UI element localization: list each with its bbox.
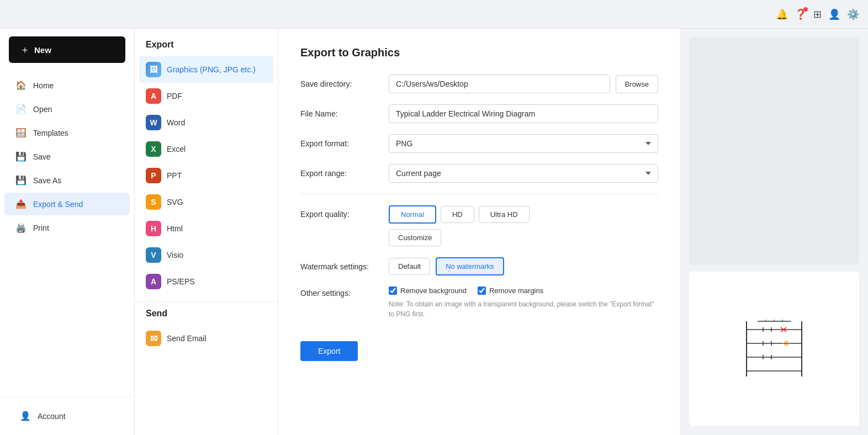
- apps-icon[interactable]: ⊞: [813, 8, 822, 20]
- app-layout: ＋ New 🏠 Home 📄 Open 🪟 Templates 💾 Save 💾: [0, 29, 868, 435]
- export-item-pseps[interactable]: A PS/EPS: [135, 268, 278, 295]
- export-item-visio[interactable]: V Visio: [135, 242, 278, 268]
- visio-icon: V: [146, 247, 161, 263]
- sidebar-item-export-send[interactable]: 📤 Export & Send: [4, 193, 130, 215]
- user-icon[interactable]: 👤: [828, 8, 840, 20]
- export-item-graphics-label: Graphics (PNG, JPG etc.): [167, 65, 256, 74]
- export-item-html[interactable]: H Html: [135, 215, 278, 242]
- save-directory-label: Save directory:: [300, 79, 389, 88]
- remove-margins-label[interactable]: Remove margins: [478, 287, 543, 295]
- word-icon: W: [146, 115, 161, 130]
- pseps-icon: A: [146, 274, 161, 289]
- export-item-excel-label: Excel: [167, 145, 186, 153]
- browse-button[interactable]: Browse: [616, 75, 658, 93]
- save-icon: 💾: [15, 151, 27, 162]
- export-form: Export to Graphics Save directory: Brows…: [278, 29, 680, 435]
- help-icon[interactable]: ❓: [795, 8, 807, 20]
- sidebar-footer: 👤 Account: [0, 396, 134, 435]
- open-icon: 📄: [15, 104, 27, 114]
- panel-divider: [135, 301, 278, 302]
- sidebar-label-save: Save: [33, 152, 51, 161]
- sidebar-label-templates: Templates: [33, 129, 68, 137]
- watermark-default-btn[interactable]: Default: [389, 258, 430, 275]
- sidebar-item-print[interactable]: 🖨️ Print: [4, 216, 130, 239]
- export-format-select[interactable]: PNG JPG BMP SVG: [389, 134, 658, 153]
- send-email-icon: ✉: [146, 331, 161, 346]
- new-button[interactable]: ＋ New: [9, 36, 125, 63]
- print-icon: 🖨️: [15, 222, 27, 233]
- pdf-icon: A: [146, 88, 161, 104]
- top-bar: 🔔 ❓ ⊞ 👤 ⚙️: [0, 0, 868, 29]
- export-quality-control: Normal HD Ultra HD Customize: [389, 205, 658, 246]
- remove-margins-checkbox[interactable]: [478, 287, 486, 295]
- export-item-send-email-label: Send Email: [167, 334, 207, 343]
- diagram-svg: [735, 316, 813, 382]
- sidebar-label-open: Open: [33, 105, 52, 114]
- export-item-word[interactable]: W Word: [135, 109, 278, 136]
- preview-top-area: [689, 38, 859, 265]
- export-item-pdf[interactable]: A PDF: [135, 83, 278, 109]
- export-item-visio-label: Visio: [167, 251, 183, 259]
- quality-group: Normal HD Ultra HD: [389, 205, 658, 224]
- export-item-svg-label: SVG: [167, 198, 183, 206]
- export-format-label: Export format:: [300, 139, 389, 148]
- customize-button[interactable]: Customize: [389, 229, 441, 246]
- export-item-ppt-label: PPT: [167, 171, 182, 180]
- export-range-select[interactable]: Current page All pages Selected: [389, 164, 658, 183]
- export-range-control: Current page All pages Selected: [389, 164, 658, 183]
- bell-icon[interactable]: 🔔: [776, 8, 788, 20]
- export-format-row: Export format: PNG JPG BMP SVG: [300, 134, 658, 153]
- sidebar-item-home[interactable]: 🏠 Home: [4, 74, 130, 97]
- export-send-icon: 📤: [15, 199, 27, 209]
- file-name-control: [389, 104, 658, 123]
- export-item-pseps-label: PS/EPS: [167, 277, 195, 286]
- save-directory-control: Browse: [389, 75, 658, 93]
- home-icon: 🏠: [15, 80, 27, 91]
- settings-icon[interactable]: ⚙️: [847, 8, 859, 20]
- export-item-word-label: Word: [167, 118, 185, 127]
- graphics-icon: 🖼: [146, 62, 161, 77]
- plus-icon: ＋: [20, 43, 30, 56]
- preview-diagram: [689, 272, 859, 426]
- watermark-control: Default No watermarks: [389, 257, 658, 275]
- sidebar-item-save-as[interactable]: 💾 Save As: [4, 169, 130, 192]
- remove-background-label[interactable]: Remove background: [389, 287, 467, 295]
- sidebar-item-templates[interactable]: 🪟 Templates: [4, 121, 130, 144]
- file-name-input[interactable]: [389, 104, 658, 123]
- sidebar-item-save[interactable]: 💾 Save: [4, 145, 130, 168]
- export-panel: Export 🖼 Graphics (PNG, JPG etc.) A PDF …: [135, 29, 278, 435]
- export-item-html-label: Html: [167, 224, 183, 233]
- html-icon: H: [146, 221, 161, 236]
- quality-hd-btn[interactable]: HD: [441, 206, 474, 223]
- export-section-title: Export: [135, 40, 278, 56]
- save-directory-row: Save directory: Browse: [300, 75, 658, 93]
- file-name-label: File Name:: [300, 109, 389, 118]
- note-text: Note: To obtain an image with a transpar…: [389, 299, 658, 319]
- watermark-none-btn[interactable]: No watermarks: [436, 257, 504, 275]
- other-settings-label: Other settings:: [300, 287, 389, 298]
- sidebar-item-open[interactable]: 📄 Open: [4, 98, 130, 120]
- new-button-label: New: [34, 45, 51, 55]
- other-settings-row: Other settings: Remove background Remove…: [300, 287, 658, 319]
- excel-icon: X: [146, 141, 161, 157]
- export-range-row: Export range: Current page All pages Sel…: [300, 164, 658, 183]
- export-format-control: PNG JPG BMP SVG: [389, 134, 658, 153]
- save-directory-input[interactable]: [389, 75, 610, 93]
- quality-normal-btn[interactable]: Normal: [389, 205, 436, 224]
- export-item-excel[interactable]: X Excel: [135, 136, 278, 162]
- checkbox-group: Remove background Remove margins: [389, 287, 658, 295]
- remove-background-checkbox[interactable]: [389, 287, 397, 295]
- export-item-graphics[interactable]: 🖼 Graphics (PNG, JPG etc.): [139, 56, 273, 83]
- watermark-label: Watermark settings:: [300, 262, 389, 271]
- export-item-send-email[interactable]: ✉ Send Email: [135, 325, 278, 352]
- export-item-ppt[interactable]: P PPT: [135, 162, 278, 189]
- export-button[interactable]: Export: [300, 341, 358, 361]
- quality-ultrahd-btn[interactable]: Ultra HD: [479, 206, 530, 223]
- sidebar-item-account[interactable]: 👤 Account: [9, 405, 125, 427]
- sidebar-label-account: Account: [38, 412, 66, 421]
- export-item-svg[interactable]: S SVG: [135, 189, 278, 215]
- account-icon: 👤: [20, 411, 31, 421]
- main-content: Export to Graphics Save directory: Brows…: [278, 29, 868, 435]
- file-name-row: File Name:: [300, 104, 658, 123]
- templates-icon: 🪟: [15, 128, 27, 138]
